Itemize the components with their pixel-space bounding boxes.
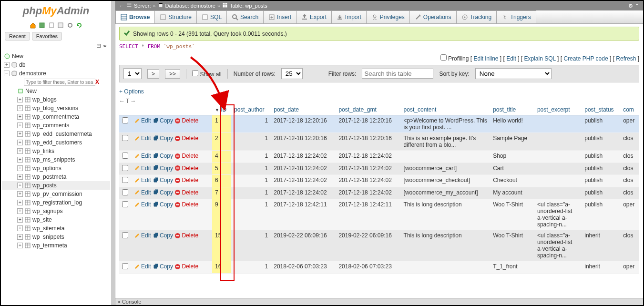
cell-date[interactable]: 2017-12-18 12:42:11 bbox=[271, 199, 336, 230]
tree-filter-input[interactable] bbox=[24, 79, 95, 86]
sort-select[interactable]: None bbox=[475, 68, 552, 79]
cell-date[interactable]: 2017-12-18 12:24:02 bbox=[271, 175, 336, 187]
tab-export[interactable]: Export bbox=[296, 10, 332, 23]
expand-icon[interactable]: + bbox=[17, 225, 23, 231]
expand-icon[interactable]: + bbox=[17, 234, 23, 240]
cell-title[interactable]: Checkout bbox=[490, 175, 534, 187]
cell-author[interactable]: 1 bbox=[231, 230, 271, 261]
tab-search[interactable]: Search bbox=[226, 10, 264, 23]
tree-table-wp_blogs[interactable]: + wp_blogs bbox=[2, 95, 110, 104]
row-delete-link[interactable]: Delete bbox=[174, 117, 198, 124]
row-delete-link[interactable]: Delete bbox=[174, 189, 198, 196]
tab-browse[interactable]: Browse bbox=[115, 10, 155, 23]
tree-table-wp_comments[interactable]: + wp_comments bbox=[2, 121, 110, 130]
cell-com[interactable]: clos bbox=[620, 163, 639, 175]
tree-new[interactable]: New bbox=[2, 52, 110, 61]
cell-gmt[interactable]: 2017-12-18 12:20:16 bbox=[336, 133, 400, 151]
cell-com[interactable]: oper bbox=[620, 261, 639, 274]
cell-excerpt[interactable] bbox=[534, 187, 582, 199]
cell-gmt[interactable]: 2019-02-22 06:09:16 bbox=[336, 230, 400, 261]
tree-demostore[interactable]: − demostore bbox=[2, 69, 110, 78]
tree-table-wp_commentmeta[interactable]: + wp_commentmeta bbox=[2, 112, 110, 121]
row-edit-link[interactable]: Edit bbox=[134, 232, 151, 239]
show-all-checkbox[interactable] bbox=[192, 70, 198, 76]
column-order-control[interactable]: ←T→ bbox=[119, 98, 639, 104]
cell-title[interactable]: T_1_front bbox=[490, 261, 534, 274]
cell-author[interactable]: 1 bbox=[231, 199, 271, 230]
expand-icon[interactable]: + bbox=[17, 105, 23, 111]
tree-table-wp_options[interactable]: + wp_options bbox=[2, 164, 110, 173]
expand-icon[interactable]: + bbox=[17, 148, 23, 154]
cell-gmt[interactable]: 2017-12-18 12:24:02 bbox=[336, 151, 400, 163]
cell-content[interactable]: This is long description bbox=[401, 230, 491, 261]
cell-com[interactable]: oper bbox=[620, 199, 639, 230]
expand-icon[interactable]: + bbox=[17, 200, 23, 205]
cell-id[interactable]: 6 bbox=[212, 175, 231, 187]
expand-icon[interactable]: + bbox=[17, 217, 23, 223]
col-com[interactable]: com bbox=[620, 104, 639, 115]
sql-icon[interactable] bbox=[57, 22, 64, 29]
expand-icon[interactable]: + bbox=[4, 62, 10, 68]
cell-com[interactable]: clos bbox=[620, 133, 639, 151]
cell-excerpt[interactable]: <ul class="a-unordered-list a-vertical a… bbox=[534, 199, 582, 230]
bc-database[interactable]: Database: demostore bbox=[165, 3, 215, 9]
tree-table-wp_blog_versions[interactable]: + wp_blog_versions bbox=[2, 104, 110, 112]
cell-date[interactable]: 2019-02-22 06:09:16 bbox=[271, 230, 336, 261]
favorites-tab[interactable]: Favorites bbox=[32, 32, 62, 41]
cell-date[interactable]: 2017-12-18 12:20:16 bbox=[271, 115, 336, 133]
col-post-excerpt[interactable]: post_excerpt bbox=[534, 104, 582, 115]
row-checkbox[interactable] bbox=[122, 177, 128, 183]
cell-excerpt[interactable] bbox=[534, 151, 582, 163]
tree-table-wp_termmeta[interactable]: + wp_termmeta bbox=[2, 241, 110, 250]
cell-author[interactable]: 1 bbox=[231, 115, 271, 133]
cell-com[interactable]: oper bbox=[620, 115, 639, 133]
cell-author[interactable]: 1 bbox=[231, 133, 271, 151]
expand-icon[interactable]: + bbox=[17, 122, 23, 128]
gear-icon[interactable]: ⚙ bbox=[628, 3, 633, 9]
cell-title[interactable]: Cart bbox=[490, 163, 534, 175]
tree-table-wp_sitemeta[interactable]: + wp_sitemeta bbox=[2, 224, 110, 233]
cell-status[interactable]: publish bbox=[582, 163, 620, 175]
expand-icon[interactable]: + bbox=[17, 131, 23, 137]
cell-id[interactable]: 5 bbox=[212, 163, 231, 175]
sidebar-resize-handle[interactable] bbox=[112, 1, 115, 305]
cell-date[interactable]: 2018-02-06 07:03:23 bbox=[271, 261, 336, 274]
cell-status[interactable]: publish bbox=[582, 115, 620, 133]
cell-excerpt[interactable]: <ul class="a-unordered-list a-vertical a… bbox=[534, 230, 582, 261]
tree-table-wp_links[interactable]: + wp_links bbox=[2, 147, 110, 155]
row-checkbox[interactable] bbox=[122, 153, 128, 159]
row-copy-link[interactable]: Copy bbox=[153, 263, 173, 270]
row-copy-link[interactable]: Copy bbox=[153, 201, 173, 208]
tree-table-wp_ms_snippets[interactable]: + wp_ms_snippets bbox=[2, 155, 110, 164]
options-link[interactable]: + Options bbox=[119, 88, 144, 95]
cell-excerpt[interactable] bbox=[534, 115, 582, 133]
tab-operations[interactable]: Operations bbox=[409, 10, 457, 23]
cell-gmt[interactable]: 2017-12-18 12:20:16 bbox=[336, 115, 400, 133]
cell-id[interactable]: 16 bbox=[212, 261, 231, 274]
collapse-icon[interactable]: − bbox=[4, 71, 10, 76]
cell-com[interactable]: clos bbox=[620, 230, 639, 261]
cell-excerpt[interactable] bbox=[534, 261, 582, 274]
tree-table-wp_snippets[interactable]: + wp_snippets bbox=[2, 233, 110, 241]
home-icon[interactable] bbox=[30, 22, 36, 29]
col-post-content[interactable]: post_content bbox=[401, 104, 491, 115]
row-checkbox[interactable] bbox=[122, 117, 128, 123]
row-edit-link[interactable]: Edit bbox=[134, 177, 151, 184]
cell-com[interactable]: clos bbox=[620, 175, 639, 187]
row-copy-link[interactable]: Copy bbox=[153, 232, 173, 239]
cell-gmt[interactable]: 2017-12-18 12:24:02 bbox=[336, 163, 400, 175]
expand-icon[interactable]: + bbox=[17, 165, 23, 171]
tree-db[interactable]: + db bbox=[2, 61, 110, 69]
cell-id[interactable]: 7 bbox=[212, 187, 231, 199]
cell-excerpt[interactable] bbox=[534, 175, 582, 187]
tree-table-wp_posts[interactable]: + wp_posts bbox=[2, 181, 110, 190]
cell-excerpt[interactable] bbox=[534, 163, 582, 175]
logout-icon[interactable] bbox=[39, 22, 45, 29]
tab-sql[interactable]: SQL bbox=[196, 10, 227, 23]
recent-tab[interactable]: Recent bbox=[5, 32, 30, 41]
cell-date[interactable]: 2017-12-18 12:24:02 bbox=[271, 187, 336, 199]
expand-icon[interactable]: + bbox=[17, 183, 23, 188]
link-icon[interactable]: ⚭ bbox=[102, 42, 107, 49]
bc-table[interactable]: Table: wp_posts bbox=[230, 3, 267, 9]
cell-id[interactable]: 1 bbox=[212, 115, 231, 133]
